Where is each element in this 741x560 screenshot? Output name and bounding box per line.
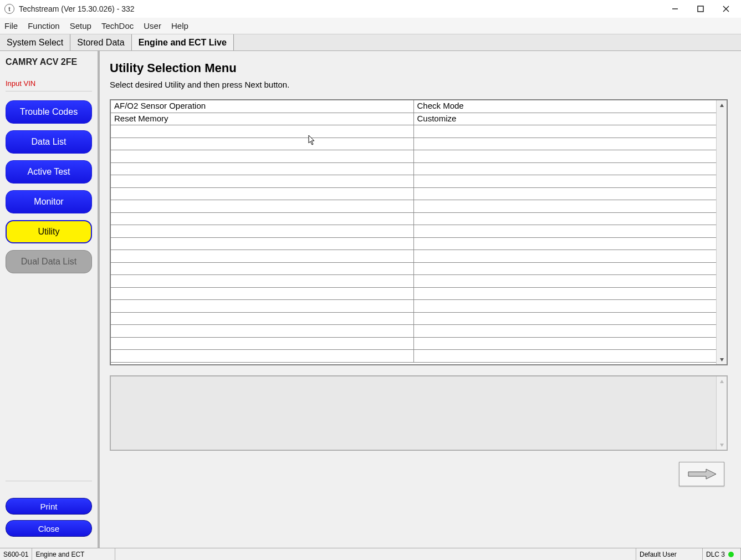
- menu-function[interactable]: Function: [28, 21, 60, 30]
- utility-cell: [414, 250, 717, 263]
- utility-row[interactable]: [111, 250, 716, 263]
- connection-status-icon: [728, 552, 734, 557]
- utility-cell: [111, 313, 414, 325]
- utility-cell: [111, 263, 414, 276]
- utility-row[interactable]: [111, 275, 716, 288]
- utility-row[interactable]: [111, 338, 716, 350]
- utility-cell: [111, 238, 414, 251]
- scroll-up-icon[interactable]: [717, 376, 727, 386]
- scroll-down-icon[interactable]: [717, 440, 727, 450]
- utility-cell: [111, 188, 414, 201]
- scroll-down-icon[interactable]: [717, 354, 727, 364]
- utility-cell: [111, 288, 414, 301]
- utility-row[interactable]: [111, 238, 716, 251]
- maximize-button[interactable]: [688, 1, 713, 17]
- utility-cell: [414, 213, 717, 226]
- utility-cell: [111, 300, 414, 313]
- minimize-button[interactable]: [662, 1, 688, 17]
- utility-cell: [414, 163, 717, 176]
- nav-trouble-codes[interactable]: Trouble Codes: [6, 100, 92, 124]
- print-button[interactable]: Print: [6, 498, 92, 515]
- next-button[interactable]: [679, 462, 724, 486]
- utility-row[interactable]: [111, 325, 716, 338]
- utility-cell: [414, 188, 717, 201]
- utility-row[interactable]: [111, 213, 716, 226]
- utility-row[interactable]: [111, 225, 716, 238]
- utility-cell: [111, 350, 414, 363]
- maximize-icon: [697, 6, 704, 12]
- nav-dual-data-list: Dual Data List: [6, 250, 92, 273]
- utility-cell: [414, 288, 717, 301]
- utility-row[interactable]: Reset MemoryCustomize: [111, 113, 716, 126]
- nav-active-test[interactable]: Active Test: [6, 160, 92, 184]
- utility-row[interactable]: [111, 175, 716, 188]
- menu-techdoc[interactable]: TechDoc: [101, 21, 134, 30]
- utility-cell: [111, 200, 414, 213]
- input-vin-label[interactable]: Input VIN: [6, 79, 92, 91]
- tab-system-select[interactable]: System Select: [0, 34, 70, 50]
- utility-cell: [414, 138, 717, 151]
- menubar: File Function Setup TechDoc User Help: [0, 18, 741, 34]
- utility-cell: [414, 125, 717, 138]
- utility-cell: [414, 200, 717, 213]
- sidebar: CAMRY ACV 2FE Input VIN Trouble Codes Da…: [0, 51, 100, 548]
- close-button[interactable]: Close: [6, 520, 92, 537]
- tab-stored-data[interactable]: Stored Data: [70, 34, 131, 50]
- grid-scrollbar[interactable]: [716, 100, 727, 364]
- vehicle-label: CAMRY ACV 2FE: [6, 57, 92, 68]
- utility-row[interactable]: [111, 138, 716, 151]
- utility-row[interactable]: AF/O2 Sensor OperationCheck Mode: [111, 100, 716, 113]
- utility-cell[interactable]: Check Mode: [414, 100, 717, 113]
- statusbar: S600-01 Engine and ECT Default User DLC …: [0, 548, 741, 560]
- menu-user[interactable]: User: [144, 21, 161, 30]
- utility-cell[interactable]: Reset Memory: [111, 113, 414, 126]
- menu-help[interactable]: Help: [171, 21, 188, 30]
- menu-file[interactable]: File: [4, 21, 18, 30]
- nav-monitor[interactable]: Monitor: [6, 190, 92, 213]
- menu-setup[interactable]: Setup: [70, 21, 91, 30]
- close-window-button[interactable]: [713, 1, 739, 17]
- utility-row[interactable]: [111, 313, 716, 325]
- svg-rect-1: [698, 6, 703, 12]
- window-controls: [662, 1, 739, 17]
- utility-row[interactable]: [111, 300, 716, 313]
- arrow-right-icon: [686, 468, 717, 480]
- utility-row[interactable]: [111, 163, 716, 176]
- utility-cell: [414, 313, 717, 325]
- utility-cell[interactable]: AF/O2 Sensor Operation: [111, 100, 414, 113]
- status-connection: DLC 3: [703, 548, 741, 560]
- titlebar: t Techstream (Ver 15.30.026) - 332: [0, 0, 741, 18]
- utility-cell: [414, 350, 717, 363]
- utility-row[interactable]: [111, 200, 716, 213]
- svg-marker-6: [720, 380, 724, 383]
- utility-cell: [111, 225, 414, 238]
- utility-cell: [414, 275, 717, 288]
- utility-cell: [414, 338, 717, 350]
- utility-cell: [111, 138, 414, 151]
- utility-row[interactable]: [111, 288, 716, 301]
- svg-marker-8: [688, 469, 716, 479]
- app-icon: t: [4, 4, 14, 14]
- utility-cell: [414, 238, 717, 251]
- utility-row[interactable]: [111, 150, 716, 163]
- utility-row[interactable]: [111, 263, 716, 276]
- utility-cell[interactable]: Customize: [414, 113, 717, 126]
- utility-row[interactable]: [111, 350, 716, 363]
- utility-row[interactable]: [111, 188, 716, 201]
- tab-engine-ect-live[interactable]: Engine and ECT Live: [132, 34, 234, 50]
- utility-cell: [111, 150, 414, 163]
- description-box: [110, 375, 728, 451]
- utility-cell: [414, 175, 717, 188]
- utility-cell: [414, 325, 717, 338]
- nav-utility[interactable]: Utility: [6, 220, 92, 243]
- desc-scrollbar[interactable]: [716, 376, 727, 450]
- status-user: Default User: [636, 548, 703, 560]
- svg-marker-5: [720, 358, 724, 362]
- scroll-up-icon[interactable]: [717, 100, 727, 110]
- nav-data-list[interactable]: Data List: [6, 130, 92, 154]
- utility-row[interactable]: [111, 125, 716, 138]
- page-title: Utility Selection Menu: [110, 61, 728, 75]
- utility-cell: [414, 150, 717, 163]
- utility-cell: [414, 300, 717, 313]
- svg-marker-4: [720, 104, 724, 107]
